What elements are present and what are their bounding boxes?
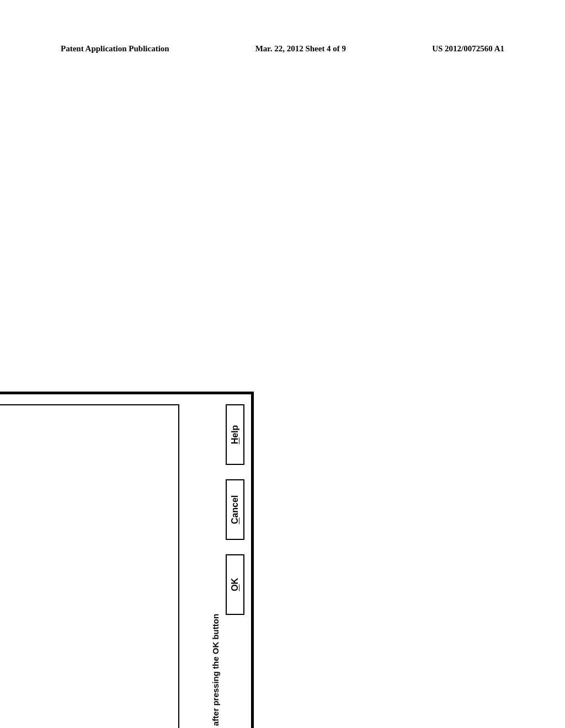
button-row: OK Cancel Help — [226, 404, 244, 728]
help-button[interactable]: Help — [226, 404, 244, 465]
ok-button[interactable]: OK — [226, 554, 244, 615]
figure-stage: 400➚ System/Task Configuration: Customiz… — [28, 99, 535, 607]
cancel-button[interactable]: Cancel — [226, 479, 244, 540]
header-left: Patent Application Publication — [61, 44, 169, 53]
dialog-window: System/Task Configuration: Customize Lin… — [0, 392, 254, 728]
tab-pane-user-parameters: SystemName CONFIG 6579A4U-78VHCAD windso… — [0, 404, 179, 728]
dialog-footer: Execute this task after pressing the OK … — [204, 404, 244, 728]
header-center: Mar. 22, 2012 Sheet 4 of 9 — [255, 44, 346, 53]
page-header: Patent Application Publication Mar. 22, … — [61, 44, 504, 53]
execute-label: Execute this task after pressing the OK … — [211, 614, 220, 728]
dialog-body: Import settings... General User Paramete… — [0, 394, 251, 728]
execute-row: Execute this task after pressing the OK … — [211, 404, 220, 728]
header-right: US 2012/0072560 A1 — [432, 44, 504, 53]
